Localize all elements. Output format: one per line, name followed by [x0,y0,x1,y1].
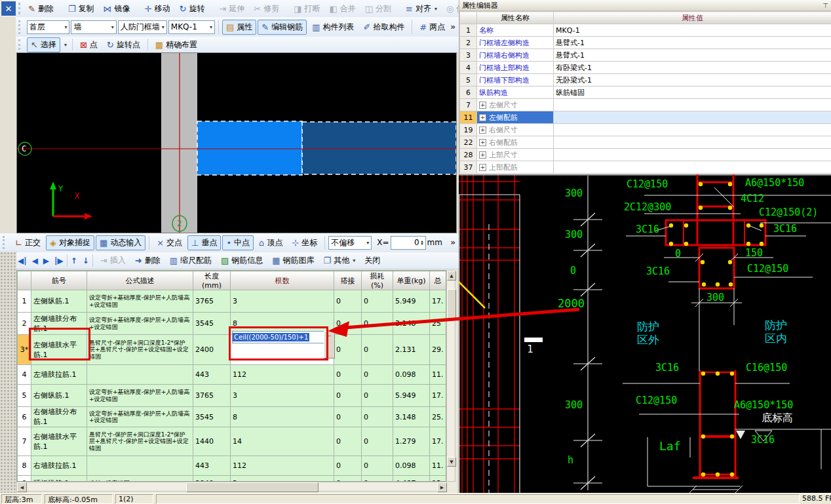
selected-wall-components[interactable] [197,121,456,175]
property-row[interactable]: 7+左侧尺寸 [460,99,831,111]
rebar-row[interactable]: 8右墙肢拉筋.1443112000.09811. [18,456,446,476]
expand-icon[interactable]: + [479,102,486,109]
property-row-selected[interactable]: 11+左侧配筋 [460,111,831,124]
rebar-row[interactable]: 4左墙肢拉筋.1443112000.09811. [18,365,446,385]
close-panel-button[interactable]: 关闭 [360,253,384,268]
nav-prev-button[interactable]: ◀ [32,256,38,265]
rotate-point-button[interactable]: ↻旋转点 [103,37,144,52]
row-up-button[interactable]: ↑ [71,256,77,265]
property-row[interactable]: 37+上部配筋 [460,161,831,174]
property-row[interactable]: 3门框墙右侧构造悬臂式-1 [460,49,831,62]
precise-layout-button[interactable]: ▦精确布置 [151,37,201,52]
horizontal-scrollbar[interactable]: ◀ ▶ [16,482,446,492]
scroll-left-button[interactable]: ◀ [17,482,27,492]
other-button[interactable]: ❐其他▾ [320,253,360,268]
property-row[interactable]: 2门框墙左侧构造悬臂式-1 [460,37,831,49]
toolbar-grip[interactable] [3,236,7,249]
ortho-button[interactable]: ∟正交 [11,235,45,250]
scroll-thumb[interactable] [447,289,456,320]
app-icon[interactable]: ✕ [1,1,16,16]
toolbar-overflow-button[interactable]: » [450,238,458,247]
expand-icon[interactable]: + [479,126,486,134]
intersection-snap-button[interactable]: ×交点 [153,235,186,250]
properties-button[interactable]: ▤属性 [222,20,256,35]
toolbar-grip[interactable] [18,3,20,14]
merge-button[interactable]: ◧合并 [325,1,359,16]
scroll-thumb[interactable] [186,482,319,492]
edit-rebar-button[interactable]: ✎编辑钢筋 [258,20,307,35]
subtype-dropdown[interactable]: 人防门框墙▾ [118,20,167,34]
component-list-button[interactable]: ▥构件列表 [308,20,358,35]
property-row[interactable]: 22+右侧配筋 [460,136,831,149]
property-editor-titlebar[interactable]: 属性编辑器 ⊤ [459,0,831,11]
scroll-up-button[interactable]: ▲ [447,271,456,281]
nav-first-button[interactable]: ◀| [18,256,27,265]
property-row[interactable]: 6纵筋构造纵筋锚固 [460,87,831,99]
offset-mode-dropdown[interactable]: 不偏移▾ [328,236,372,250]
rebar-row[interactable]: 5右侧纵筋.1设定弯折+基础厚度-保护层+人防墙高+设定锚固37653005.9… [18,385,446,407]
spinner[interactable]: ▴▾ [421,240,423,245]
panel-grip[interactable] [0,252,17,493]
property-row[interactable]: 28+上部尺寸 [460,149,831,161]
nav-next-button[interactable]: ▶ [43,256,49,265]
rebar-row[interactable]: 9顶板纵筋.1净长+设定锚固28403004.48713. [18,476,446,482]
expand-icon[interactable]: + [479,139,486,146]
insert-row-button[interactable]: ⇥插入 [96,253,130,268]
rebar-row[interactable]: 7右侧墙肢水平筋.1悬臂尺寸-保护层+洞口深度1-2*保护层+悬臂尺寸-保护层+… [18,427,446,456]
scroll-down-button[interactable]: ▼ [447,457,456,467]
property-row[interactable]: 5门框墙下部构造无卧梁式-1 [460,74,831,87]
spin-down-icon[interactable]: ▾ [421,242,423,245]
split-button[interactable]: ◫分割 [361,1,395,16]
property-row[interactable]: 19+右侧尺寸 [460,124,831,136]
rotate-button[interactable]: ↻旋转 [175,1,208,16]
chevron-down-icon: ▾ [64,24,67,30]
x-coordinate-input[interactable]: 0 ▴▾ [391,236,426,250]
select-dropdown-button[interactable]: ▾ [62,40,69,50]
point-button[interactable]: ⊠点 [76,37,102,52]
rebar-detail-viewport[interactable]: C12@150 A6@150*150 4C12 2C12@300 C12@150… [459,174,831,493]
dynamic-input-button[interactable]: ▦动态输入 [96,235,145,250]
pin-icon[interactable]: ⊤ [822,2,828,9]
coordinate-button[interactable]: ⊹坐标 [288,235,321,250]
vertex-snap-button[interactable]: ⌂顶点 [255,235,286,250]
move-button[interactable]: ✛移动 [141,1,174,16]
delete-button[interactable]: ✎删除 [24,1,58,16]
delete-row-button[interactable]: ➜删除 [131,253,164,268]
element-type-dropdown[interactable]: 墙▾ [71,20,116,34]
property-row[interactable]: 1名称MKQ-1 [460,24,831,37]
expand-icon[interactable]: + [479,151,486,159]
main-viewport[interactable]: C 2 Y X [16,52,457,233]
break-button[interactable]: ◨打断 [290,1,324,16]
rebar-row[interactable]: 1左侧纵筋.1设定弯折+基础厚度-保护层+人防墙高+设定锚固37653005.9… [18,290,446,313]
object-snap-button[interactable]: ◈对象捕捉 [46,235,94,250]
midpoint-snap-button[interactable]: •中点 [222,235,254,250]
rebar-info-button[interactable]: ▨钢筋信息 [217,253,267,268]
expand-icon[interactable]: + [479,114,486,121]
vertical-scrollbar[interactable]: ▲ ▼ [446,270,455,482]
perpendicular-snap-button[interactable]: ⊥垂点 [187,235,221,250]
scroll-right-button[interactable]: ▶ [437,482,447,492]
align-button[interactable]: ≡对齐▾ [402,1,441,16]
extend-button[interactable]: ⇥延伸 [215,1,248,16]
rebar-gallery-button[interactable]: ▦钢筋图库 [268,253,318,268]
formula-expand-button[interactable]: ·· [324,331,335,359]
copy-button[interactable]: ❐复制 [64,1,98,16]
rebar-row[interactable]: 6右侧墙肢分布筋.1设定弯折+基础厚度-保护层+人防墙高+设定锚固3545800… [18,407,446,427]
trim-button[interactable]: ✂修剪 [250,1,283,16]
main-viewport-canvas[interactable] [17,53,456,233]
nav-last-button[interactable]: |▶ [54,256,64,265]
count-formula-editbox[interactable]: Ceil((2000-50)/150)+1 [232,331,324,343]
toolbar-grip[interactable] [18,39,23,50]
scaled-rebar-button[interactable]: ▥缩尺配筋 [166,253,216,268]
mirror-button[interactable]: ⋈镜像 [100,1,134,16]
select-button[interactable]: ↖选择 [27,37,60,52]
row-down-button[interactable]: ↓ [83,256,89,265]
toolbar-overflow-button[interactable]: » [450,22,458,31]
expand-icon[interactable]: + [479,164,486,171]
toolbar-grip[interactable] [18,20,23,34]
floor-dropdown[interactable]: 首层▾ [27,20,70,34]
property-row[interactable]: 4门框墙上部构造有卧梁式-1 [460,62,831,74]
component-name-dropdown[interactable]: MKQ-1▾ [168,20,215,34]
two-point-button[interactable]: #两点 [416,20,449,35]
pick-component-button[interactable]: ✐拾取构件 [360,20,409,35]
